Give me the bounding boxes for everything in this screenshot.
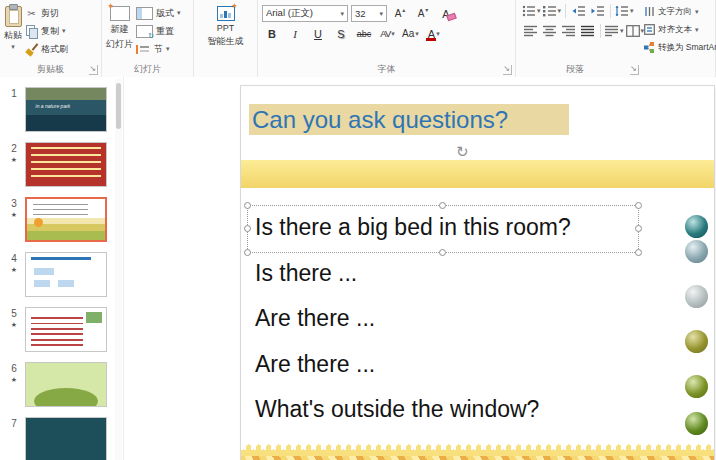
convert-smartart-button[interactable]: 转换为 SmartArt ▾ [644, 40, 716, 55]
shrink-font-arrow-icon: ▾ [425, 6, 428, 13]
slide-thumbnail-3-selected[interactable] [25, 197, 107, 242]
question-text-2[interactable]: Is there ... [255, 260, 357, 292]
cut-label: 剪切 [41, 7, 59, 20]
slide-thumbnail-4[interactable] [25, 252, 107, 297]
numbering-dropdown-arrow: ▾ [558, 7, 562, 15]
paste-button[interactable]: 粘贴 ▾ [4, 3, 22, 63]
font-name-value: Arial (正文) [266, 7, 313, 20]
selection-handle-top-left[interactable] [244, 202, 251, 209]
bullet-sphere-4[interactable] [685, 330, 708, 353]
bullets-icon [522, 5, 536, 17]
new-slide-label-1: 新建 [111, 23, 129, 36]
new-slide-label-2: 幻灯片 [106, 38, 133, 51]
increase-indent-icon [591, 5, 605, 17]
format-painter-button[interactable]: 格式刷 [25, 42, 68, 56]
align-left-button[interactable] [522, 23, 539, 39]
slide-title[interactable]: Can you ask questions? [249, 104, 569, 135]
increase-indent-button[interactable] [589, 3, 606, 19]
layout-label: 版式 [156, 7, 174, 20]
question-text-4[interactable]: Are there ... [255, 351, 375, 383]
bold-button[interactable]: B [262, 25, 282, 42]
slides-small-buttons: 版式 ▾ ↻ 重置 节 ▾ [136, 3, 181, 63]
new-slide-button[interactable]: ★ 新建 幻灯片 [106, 3, 133, 63]
selection-handle-middle-left[interactable] [244, 225, 251, 232]
copy-button[interactable]: 复制 ▾ [25, 24, 68, 38]
thumbnail-item-1: 1 in a nature park [0, 87, 123, 132]
bullet-sphere-2[interactable] [685, 240, 708, 263]
font-color-button[interactable]: A▾ [424, 25, 444, 42]
character-spacing-button[interactable]: AV▾ [377, 25, 397, 42]
bullet-sphere-5[interactable] [685, 375, 708, 398]
format-painter-icon [25, 43, 38, 56]
clipboard-dialog-launcher[interactable]: ↘ [89, 65, 98, 75]
slide-canvas: Can you ask questions? ↻ Is there a big … [240, 85, 715, 460]
textbox-selection-outline[interactable] [247, 205, 639, 253]
bullet-sphere-3[interactable] [685, 285, 708, 308]
text-shadow-button[interactable]: S [331, 25, 351, 42]
question-text-3[interactable]: Are there ... [255, 305, 375, 337]
font-group: Arial (正文) ▾ 32 ▾ A▴ A▾ A B I [258, 0, 516, 77]
thumbnail-scrollbar-thumb[interactable] [116, 83, 121, 129]
font-name-combo[interactable]: Arial (正文) ▾ [262, 5, 348, 22]
align-right-button[interactable] [560, 23, 577, 39]
section-label: 节 [154, 43, 163, 56]
font-size-combo[interactable]: 32 ▾ [351, 5, 387, 22]
bullet-sphere-1[interactable] [685, 215, 708, 238]
copy-dropdown-arrow: ▾ [62, 27, 66, 35]
slides-group-label: 幻灯片 [102, 63, 193, 76]
bullet-sphere-6[interactable] [685, 412, 708, 435]
yellow-band-shape[interactable] [241, 160, 714, 188]
bottom-decor-band [241, 442, 714, 460]
line-spacing-dropdown-arrow: ▾ [630, 7, 634, 15]
line-spacing-button[interactable]: ▾ [615, 3, 634, 19]
selection-handle-bottom-right[interactable] [635, 249, 642, 256]
align-center-button[interactable] [541, 23, 558, 39]
selection-handle-top-center[interactable] [439, 202, 446, 209]
shrink-font-button[interactable]: A▾ [413, 5, 433, 22]
slide-thumbnail-6[interactable] [25, 362, 107, 407]
selection-handle-bottom-left[interactable] [244, 249, 251, 256]
thumbnail-scrollbar[interactable] [115, 79, 122, 460]
grow-font-button[interactable]: A▴ [390, 5, 410, 22]
clear-formatting-button[interactable]: A [436, 5, 456, 22]
change-case-button[interactable]: Aa▾ [400, 25, 421, 42]
slide-thumbnail-2[interactable] [25, 142, 107, 187]
underline-button[interactable]: U [308, 25, 328, 42]
slides-group: ★ 新建 幻灯片 版式 ▾ ↻ 重置 节 ▾ [102, 0, 194, 77]
ppt-ai-generate-button[interactable]: ★ PPT 智能生成 [208, 3, 244, 63]
align-left-icon [524, 25, 538, 37]
strikethrough-button[interactable]: abc [354, 25, 374, 42]
section-icon [136, 45, 151, 54]
thumbnail-item-6: 6★ [0, 362, 123, 407]
decrease-indent-button[interactable] [570, 3, 587, 19]
reset-button[interactable]: ↻ 重置 [136, 24, 181, 38]
cut-button[interactable]: ✂ 剪切 [25, 6, 68, 20]
selection-handle-bottom-center[interactable] [439, 249, 446, 256]
align-text-button[interactable]: 对齐文本 ▾ [644, 22, 716, 37]
ppt-ai-label-2: 智能生成 [208, 35, 244, 48]
slide-thumbnail-1[interactable]: in a nature park [25, 87, 107, 132]
spacing-dropdown-arrow: ▾ [391, 30, 394, 38]
question-text-5[interactable]: What's outside the window? [255, 396, 539, 428]
font-dialog-launcher[interactable]: ↘ [503, 65, 512, 75]
selection-handle-middle-right[interactable] [635, 225, 642, 232]
text-direction-button[interactable]: 文字方向 ▾ [644, 4, 716, 19]
paste-label: 粘贴 [4, 29, 22, 42]
section-button[interactable]: 节 ▾ [136, 42, 181, 56]
section-dropdown-arrow: ▾ [166, 45, 170, 53]
slide-thumbnail-7[interactable] [25, 417, 107, 460]
selection-handle-top-right[interactable] [635, 202, 642, 209]
justify-button[interactable] [579, 23, 596, 39]
italic-button[interactable]: I [285, 25, 305, 42]
distribute-button[interactable]: ▾ [605, 23, 624, 39]
paragraph-dialog-launcher[interactable]: ↘ [630, 65, 639, 75]
numbering-button[interactable]: ▾ [543, 3, 562, 19]
rotate-handle-icon[interactable]: ↻ [456, 143, 469, 161]
bullets-dropdown-arrow: ▾ [537, 7, 541, 15]
layout-button[interactable]: 版式 ▾ [136, 6, 181, 20]
paste-icon [5, 6, 22, 27]
columns-button[interactable]: ▾ [626, 23, 645, 39]
bullets-button[interactable]: ▾ [522, 3, 541, 19]
clear-formatting-icon: A [442, 8, 449, 20]
slide-thumbnail-5[interactable] [25, 307, 107, 352]
